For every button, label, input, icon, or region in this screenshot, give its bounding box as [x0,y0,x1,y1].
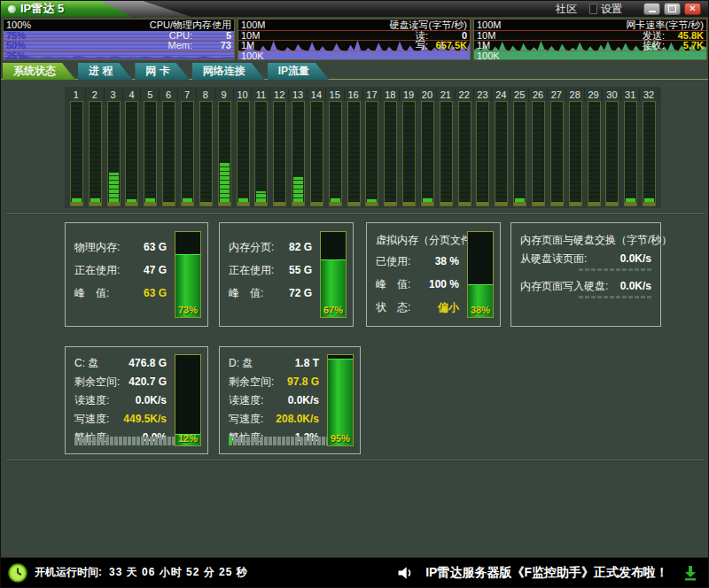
busy-segment [141,437,144,445]
tab-ip-traffic[interactable]: IP流量 [268,63,329,80]
stat-row: 剩余空间:420.7 G [74,373,167,391]
settings-icon [589,4,597,14]
uptime-label: 开机运行时间: [35,565,102,580]
core-number-label: 21 [437,89,456,101]
core-number-label: 28 [566,89,585,101]
close-button[interactable]: ✕ [684,3,701,15]
busy-segment [114,437,118,445]
stat-value: 0.0K/s [136,391,167,410]
cpu-core-column: 15 [326,89,345,206]
mini-activity-meter [520,296,651,299]
stat-value: 0.0K/s [620,277,651,295]
core-usage-bar [70,101,83,206]
tab-network-card[interactable]: 网 卡 [135,63,189,80]
core-bar-base [219,202,230,205]
stat-value: 449.5K/s [123,410,167,429]
busy-segment [132,437,136,445]
physical-memory-meter: 73% [175,231,201,318]
memory-paging-meter: 67% [320,231,347,318]
cpu-core-column: 19 [400,89,418,206]
meter-dash [647,296,651,298]
maximize-button[interactable] [664,3,681,15]
tab-processes[interactable]: 进 程 [78,63,132,80]
tab-network-connections[interactable]: 网络连接 [192,63,265,80]
tab-system-status[interactable]: 系统状态 [3,63,75,80]
core-usage-bar [440,101,453,206]
stat-label: 峰 值: [74,282,109,305]
core-number-label: 19 [400,89,418,101]
cpu-core-column: 1 [67,89,86,206]
busy-segment [277,437,281,445]
core-usage-fill [256,191,266,202]
core-bar-base [533,202,544,205]
core-bar-base [570,202,581,205]
core-usage-bar [218,101,231,206]
core-bar-base [163,202,175,205]
announcement[interactable]: IP雷达服务器版《F监控助手》正式发布啦！ [395,564,668,582]
stat-row: 内存分页:82 G [229,236,312,259]
busy-segment [101,437,105,445]
meter-dash [622,296,627,298]
busy-segment [238,437,241,445]
stat-label: 读速度: [74,391,109,410]
meter-dash [635,268,639,271]
core-usage-bar [643,101,656,206]
disk-c-panel: C: 盘476.8 G剩余空间:420.7 G读速度:0.0K/s写速度:449… [65,346,208,454]
disk-graph-title: 硬盘读写(字节/秒) [390,20,467,30]
cpu-graph-scale-top: 100% [6,20,31,30]
cpu-core-column: 2 [86,89,105,206]
core-number-label: 5 [141,89,160,101]
busy-segment [322,437,325,445]
disk-graph-scale-top: 100M [241,20,266,30]
core-usage-bar [495,101,508,206]
download-icon[interactable] [683,565,697,581]
core-number-label: 9 [215,89,234,101]
core-number-label: 3 [105,89,123,101]
community-link[interactable]: 社区 [556,2,577,17]
busy-segment [79,437,82,445]
meter-dash [622,268,627,271]
meter-dash [635,296,639,298]
core-bar-base [90,202,101,205]
cpu-core-column: 9 [215,89,234,206]
busy-segment [242,437,245,445]
meter-dash [604,268,608,271]
stat-row: 物理内存:63 G [74,236,167,259]
stat-label: C: 盘 [74,354,98,373]
stat-row: 峰 值:63 G [74,282,167,305]
stat-label: 内存页面写入硬盘: [520,277,608,295]
panel-title: 虚拟内存（分页文件） [376,230,459,250]
panel-title: 内存页面与硬盘交换（字节/秒） [520,230,651,250]
minimize-button[interactable] [643,3,660,15]
core-bar-base [606,202,618,205]
stat-label: 峰 值: [229,282,263,305]
busy-segment [159,437,162,445]
meter-dash [610,296,614,298]
core-number-label: 14 [308,89,326,101]
meter-dash [585,268,589,271]
scale-label: 100K [477,51,500,59]
cpu-core-column: 24 [492,89,510,206]
meter-dash [610,268,614,271]
cpu-graph-title: CPU/物理内存使用 [150,20,231,30]
settings-link[interactable]: 设置 [589,2,622,17]
meter-dash [591,268,596,271]
stat-row: 内存页面写入硬盘:0.0K/s [520,277,651,295]
busy-segment [150,437,153,445]
stat-label: 写速度: [74,410,109,429]
announcement-text: IP雷达服务器版《F监控助手》正式发布啦！ [425,565,668,581]
stat-value: 38 % [435,250,459,273]
meter-dash [604,296,608,298]
busy-segment [308,437,312,445]
busy-segment [97,437,100,445]
cpu-core-column: 18 [381,89,400,206]
busy-segment [229,437,232,445]
meter-percent-label: 73% [175,305,200,315]
core-usage-bar [476,101,489,206]
app-title: IP雷达 5 [20,1,64,17]
core-bar-base [330,202,341,205]
stat-row: 读速度:0.0K/s [229,391,319,410]
busy-segment [251,437,254,445]
core-bar-base [459,202,471,205]
stat-row: 正在使用:47 G [74,259,167,282]
